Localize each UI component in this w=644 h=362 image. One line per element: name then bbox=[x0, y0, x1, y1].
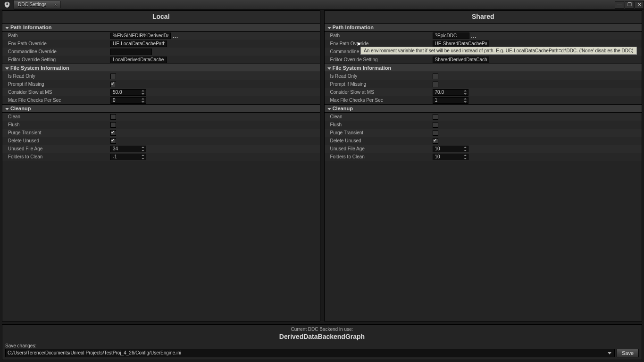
local-path-info-header[interactable]: Path Information bbox=[2, 23, 320, 32]
env-label: Env Path Override bbox=[2, 41, 109, 46]
maximize-button[interactable]: ❐ bbox=[625, 1, 634, 8]
shared-delete-check[interactable] bbox=[433, 138, 438, 144]
shared-readonly-check[interactable] bbox=[433, 74, 438, 79]
save-button[interactable]: Save bbox=[617, 349, 639, 357]
expand-icon bbox=[327, 67, 331, 70]
backend-label: Current DDC Backend in use: bbox=[2, 325, 642, 333]
backend-name: DerivedDataBackendGraph bbox=[2, 333, 642, 343]
shared-age-input[interactable] bbox=[433, 146, 468, 152]
app-logo bbox=[0, 0, 14, 9]
local-cleanup-header[interactable]: Cleanup bbox=[2, 104, 320, 113]
shared-path-info-header[interactable]: Path Information bbox=[325, 23, 642, 32]
shared-slow-input[interactable] bbox=[433, 89, 468, 96]
local-folders-input[interactable] bbox=[110, 154, 146, 160]
local-purge-check[interactable] bbox=[110, 130, 116, 136]
local-env-input[interactable] bbox=[110, 41, 167, 47]
shared-max-input[interactable] bbox=[433, 97, 468, 104]
local-prompt-check[interactable] bbox=[110, 82, 116, 87]
tooltip: An environment variable that if set will… bbox=[360, 47, 637, 55]
save-path-select[interactable]: C:/Users/Terence/Documents/Unreal Projec… bbox=[5, 349, 615, 357]
shared-title: Shared bbox=[325, 11, 642, 23]
local-title: Local bbox=[2, 11, 320, 23]
shared-folders-input[interactable] bbox=[433, 154, 468, 160]
shared-purge-check[interactable] bbox=[433, 130, 438, 136]
local-editor-input[interactable] bbox=[110, 57, 167, 63]
local-max-input[interactable] bbox=[110, 97, 146, 104]
local-delete-check[interactable] bbox=[110, 138, 116, 144]
local-clean-check[interactable] bbox=[110, 114, 116, 120]
shared-editor-input[interactable] bbox=[433, 57, 489, 63]
footer: Current DDC Backend in use: DerivedDataB… bbox=[2, 324, 642, 360]
path-label: Path bbox=[2, 33, 109, 38]
shared-env-input[interactable] bbox=[433, 41, 489, 47]
shared-flush-check[interactable] bbox=[433, 122, 438, 128]
shared-clean-check[interactable] bbox=[433, 114, 438, 120]
expand-icon bbox=[327, 27, 331, 29]
close-button[interactable]: ✕ bbox=[635, 1, 644, 8]
window-tab[interactable]: DDC Settings × bbox=[14, 1, 60, 8]
shared-panel: Shared Path Information Path... Env Path… bbox=[324, 10, 643, 321]
shared-cleanup-header[interactable]: Cleanup bbox=[325, 104, 642, 113]
expand-icon bbox=[327, 108, 331, 110]
browse-icon[interactable]: ... bbox=[173, 33, 178, 39]
local-flush-check[interactable] bbox=[110, 122, 116, 128]
tab-title: DDC Settings bbox=[18, 2, 47, 7]
minimize-button[interactable]: — bbox=[615, 1, 624, 8]
local-fs-header[interactable]: File System Information bbox=[2, 64, 320, 72]
local-cmd-input[interactable] bbox=[110, 49, 152, 55]
cmd-label: Commandline Override bbox=[2, 49, 109, 54]
local-readonly-check[interactable] bbox=[110, 74, 116, 79]
shared-fs-header[interactable]: File System Information bbox=[325, 64, 642, 72]
local-path-input[interactable] bbox=[110, 33, 171, 39]
close-tab-icon[interactable]: × bbox=[54, 2, 57, 8]
expand-icon bbox=[5, 27, 9, 29]
browse-icon[interactable]: ... bbox=[471, 33, 477, 39]
expand-icon bbox=[5, 108, 9, 110]
local-age-input[interactable] bbox=[110, 146, 146, 152]
save-label: Save changes: bbox=[5, 343, 639, 349]
shared-prompt-check[interactable] bbox=[433, 82, 438, 87]
local-slow-input[interactable] bbox=[110, 89, 146, 96]
expand-icon bbox=[5, 67, 9, 70]
editor-label: Editor Override Setting bbox=[2, 57, 109, 62]
shared-path-input[interactable] bbox=[433, 33, 469, 39]
titlebar: DDC Settings × — ❐ ✕ bbox=[0, 0, 644, 9]
local-panel: Local Path Information Path... Env Path … bbox=[2, 10, 320, 321]
